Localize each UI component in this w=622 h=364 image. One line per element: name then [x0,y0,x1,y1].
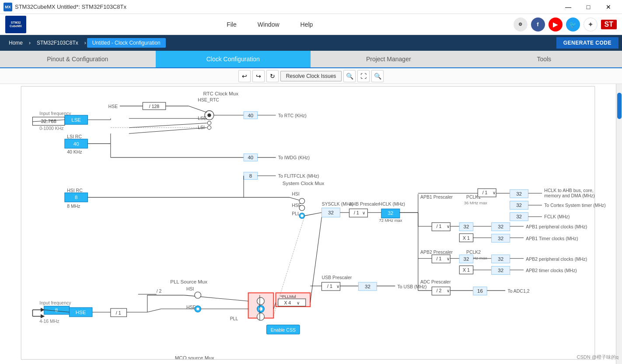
undo-button[interactable]: ↩ [238,70,251,82]
svg-text:To Cortex System timer (MHz): To Cortex System timer (MHz) [544,203,605,208]
st-logo[interactable]: ST [601,20,617,29]
menu-window[interactable]: Window [254,19,283,30]
svg-text:FCLK (MHz): FCLK (MHz) [544,214,570,219]
zoom-in-button[interactable]: 🔍 [343,70,356,82]
app-icon: MX [3,3,12,11]
diagram-toolbar: ↩ ↪ ↻ Resolve Clock Issues 🔍 ⛶ 🔍 [0,68,622,84]
svg-text:∨: ∨ [362,210,365,215]
svg-text:HSE: HSE [108,104,118,109]
generate-code-button[interactable]: GENERATE CODE [556,37,619,49]
main-tabs: Pinout & Configuration Clock Configurati… [0,51,622,68]
svg-point-8 [207,113,211,117]
svg-text:32: 32 [498,256,503,262]
svg-text:PLL: PLL [230,316,238,321]
breadcrumb-page[interactable]: Untitled - Clock Configuration [87,38,166,48]
svg-text:APB2 timer clocks (MHz): APB2 timer clocks (MHz) [526,268,577,273]
tab-pinout[interactable]: Pinout & Configuration [0,51,156,67]
svg-rect-0 [19,84,597,364]
svg-text:∨: ∨ [447,224,450,229]
svg-text:32: 32 [388,210,393,216]
svg-text:HSE: HSE [76,310,86,315]
app-icon-label: MX [5,5,11,9]
tab-tools[interactable]: Tools [467,51,622,67]
maximize-button[interactable]: □ [578,0,598,14]
svg-text:*PLLMul: *PLLMul [280,294,296,299]
svg-text:LSI: LSI [198,125,205,130]
breadcrumb: Home › STM32F103C8Tx › Untitled - Clock … [0,35,622,51]
svg-text:HSI RC: HSI RC [67,188,83,193]
twitter-icon[interactable]: 🐦 [566,18,580,32]
close-button[interactable]: ✕ [598,0,619,14]
svg-text:/ 1: / 1 [482,190,488,195]
fit-button[interactable]: ⛶ [357,70,370,82]
tab-project[interactable]: Project Manager [311,51,467,67]
svg-text:∨: ∨ [336,284,339,289]
svg-text:APB2 Prescaler: APB2 Prescaler [420,250,453,255]
scrollbar-thumb[interactable] [617,93,622,119]
svg-text:40: 40 [73,141,79,147]
youtube-icon[interactable]: ▶ [549,18,563,32]
svg-text:X 1: X 1 [463,268,470,273]
resolve-clock-button[interactable]: Resolve Clock Issues [280,71,342,81]
svg-text:32: 32 [464,224,469,229]
facebook-icon[interactable]: f [531,18,545,32]
network-icon[interactable]: ✦ [584,18,598,32]
svg-text:40 KHz: 40 KHz [67,150,82,154]
menu-file[interactable]: File [223,19,240,30]
svg-text:/ 1: / 1 [437,256,442,261]
menu-bar: STM32CubeMX File Window Help ⚙ f ▶ 🐦 ✦ S… [0,14,622,35]
svg-text:8: 8 [55,308,58,313]
breadcrumb-home[interactable]: Home [3,38,28,48]
svg-point-14 [207,121,211,125]
svg-point-15 [207,126,211,129]
tab-clock[interactable]: Clock Configuration [156,51,311,67]
svg-text:32: 32 [498,236,503,241]
zoom-out-button[interactable]: 🔍 [371,70,384,82]
svg-text:8 MHz: 8 MHz [67,204,80,209]
svg-text:HSI: HSI [186,287,194,291]
svg-text:To FLITFCLK (MHz): To FLITFCLK (MHz) [278,174,319,178]
svg-text:8: 8 [75,195,77,200]
svg-text:32: 32 [516,191,522,196]
svg-text:HSI: HSI [292,192,299,196]
redo-forward-button[interactable]: ↪ [252,70,265,82]
svg-text:APB1 Prescaler: APB1 Prescaler [420,195,453,200]
svg-text:HCLK (MHz): HCLK (MHz) [379,202,405,206]
svg-text:16: 16 [477,288,483,294]
minimize-button[interactable]: — [558,0,578,14]
refresh-button[interactable]: ↻ [266,70,279,82]
svg-text:APB1 Timer clocks (MHz): APB1 Timer clocks (MHz) [526,236,578,241]
svg-text:32: 32 [516,214,522,219]
svg-text:LSI RC: LSI RC [67,134,82,139]
svg-text:X 1: X 1 [463,236,470,241]
svg-text:System Clock Mux: System Clock Mux [283,181,325,186]
svg-text:/ 128: / 128 [149,104,159,109]
window-controls: — □ ✕ [558,0,619,14]
svg-text:APB2 peripheral clocks (MHz): APB2 peripheral clocks (MHz) [526,257,587,262]
svg-text:To USB (MHz): To USB (MHz) [398,284,427,289]
svg-text:32: 32 [365,284,370,289]
clock-diagram-svg: RTC Clock Mux HSE / 128 HSE_RTC LSE LSI [0,84,616,364]
clock-diagram-canvas[interactable]: RTC Clock Mux HSE / 128 HSE_RTC LSE LSI [0,84,616,364]
social-icons: ⚙ f ▶ 🐦 ✦ ST [514,18,617,32]
settings-icon[interactable]: ⚙ [514,18,528,32]
svg-text:AHB Prescaler: AHB Prescaler [349,202,379,206]
svg-point-160 [257,313,265,321]
svg-text:/ 1: / 1 [327,284,332,289]
svg-text:40: 40 [248,155,253,160]
breadcrumb-device[interactable]: STM32F103C8Tx [31,38,84,48]
breadcrumb-sep2: › [84,40,86,46]
menu-help[interactable]: Help [297,19,317,30]
svg-text:32: 32 [498,224,503,229]
svg-text:32: 32 [498,268,503,273]
svg-text:ADC Prescaler: ADC Prescaler [420,280,451,284]
svg-text:USB Prescaler: USB Prescaler [321,275,352,280]
logo-box: STM32CubeMX [5,16,26,33]
vertical-scrollbar[interactable] [616,84,622,364]
svg-text:32: 32 [464,256,469,262]
svg-text:LSE: LSE [71,117,81,122]
svg-point-170 [196,308,199,310]
svg-text:∨: ∨ [447,288,450,293]
watermark: CSDN @橙子味的q [577,354,619,360]
svg-text:To IWDG (KHz): To IWDG (KHz) [278,155,310,160]
